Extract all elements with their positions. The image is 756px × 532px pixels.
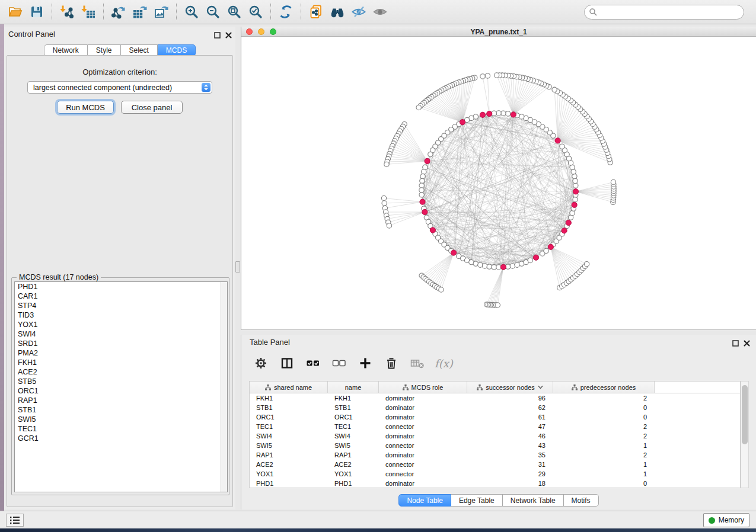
cell-predecessor-nodes[interactable]: 2 <box>553 450 655 460</box>
mcds-result-item[interactable]: ORC1 <box>15 386 227 396</box>
import-network-icon[interactable] <box>56 2 78 21</box>
cell-shared-name[interactable]: ORC1 <box>250 412 328 422</box>
deselect-all-columns-icon[interactable] <box>330 354 348 372</box>
cell-name[interactable]: FKH1 <box>328 393 379 403</box>
cell-MCDS-role[interactable]: connector <box>379 460 467 469</box>
table-row[interactable]: SWI4SWI4dominator462 <box>250 431 740 441</box>
mcds-result-item[interactable]: SWI5 <box>15 415 227 424</box>
table-settings-gear-icon[interactable] <box>252 354 270 372</box>
mcds-result-item[interactable]: TEC1 <box>15 424 227 434</box>
control-tab-select[interactable]: Select <box>121 44 158 56</box>
import-table-icon[interactable] <box>78 2 99 21</box>
cell-name[interactable]: SWI5 <box>328 441 379 450</box>
close-panel-button[interactable]: Close panel <box>121 101 183 114</box>
export-image-icon[interactable] <box>151 2 172 21</box>
zoom-out-icon[interactable] <box>202 2 224 21</box>
tab-node-table[interactable]: Node Table <box>398 494 451 507</box>
mcds-result-item[interactable]: ACE2 <box>15 367 227 377</box>
mcds-result-item[interactable]: FKH1 <box>15 358 227 367</box>
cell-successor-nodes[interactable]: 61 <box>467 412 553 422</box>
table-row[interactable]: ACE2ACE2connector311 <box>250 460 740 469</box>
cell-successor-nodes[interactable]: 62 <box>467 403 553 412</box>
cell-predecessor-nodes[interactable]: 0 <box>553 412 655 422</box>
cell-name[interactable]: STB1 <box>328 403 379 412</box>
optimization-criterion-select[interactable]: largest connected component (undirected) <box>27 81 212 94</box>
cell-successor-nodes[interactable]: 29 <box>467 469 553 479</box>
cell-successor-nodes[interactable]: 43 <box>467 441 553 450</box>
cell-predecessor-nodes[interactable]: 2 <box>553 431 655 441</box>
zoom-fit-icon[interactable] <box>224 2 245 21</box>
cell-predecessor-nodes[interactable]: 1 <box>553 460 655 469</box>
column-header-successor-nodes[interactable]: successor nodes <box>467 382 553 393</box>
cell-name[interactable]: PHD1 <box>328 479 379 488</box>
table-row[interactable]: STB1STB1dominator620 <box>250 403 740 412</box>
search-binoculars-icon[interactable] <box>327 2 348 21</box>
mcds-result-item[interactable]: PHD1 <box>15 282 227 291</box>
network-window-titlebar[interactable]: YPA_prune.txt_1 <box>241 27 756 37</box>
task-history-button[interactable] <box>6 514 24 527</box>
mcds-result-list[interactable]: PHD1CAR1STP4TID3YOX1SWI4SRD1PMA2FKH1ACE2… <box>14 281 228 492</box>
node-table[interactable]: shared namenameMCDS rolesuccessor nodesp… <box>249 381 741 488</box>
cell-MCDS-role[interactable]: dominator <box>379 479 467 488</box>
cell-shared-name[interactable]: TEC1 <box>250 422 328 431</box>
mcds-result-item[interactable]: STP4 <box>15 301 227 310</box>
cell-predecessor-nodes[interactable]: 1 <box>553 441 655 450</box>
cell-shared-name[interactable]: FKH1 <box>250 393 328 403</box>
cell-shared-name[interactable]: YOX1 <box>250 469 328 479</box>
column-header-predecessor-nodes[interactable]: predecessor nodes <box>553 382 655 393</box>
cell-shared-name[interactable]: ACE2 <box>250 460 328 469</box>
cell-shared-name[interactable]: SWI4 <box>250 431 328 441</box>
cell-name[interactable]: TEC1 <box>328 422 379 431</box>
table-row[interactable]: PHD1PHD1dominator180 <box>250 479 740 488</box>
save-session-icon[interactable] <box>26 2 47 21</box>
column-header-shared-name[interactable]: shared name <box>250 382 328 393</box>
mcds-list-scrollbar[interactable] <box>221 282 227 492</box>
export-network-doc-icon[interactable] <box>305 2 327 21</box>
show-column-panel-icon[interactable] <box>278 354 296 372</box>
mcds-result-item[interactable]: PMA2 <box>15 348 227 358</box>
cell-shared-name[interactable]: PHD1 <box>250 479 328 488</box>
cell-MCDS-role[interactable]: connector <box>379 441 467 450</box>
tab-motifs[interactable]: Motifs <box>564 494 599 507</box>
cell-predecessor-nodes[interactable]: 1 <box>553 469 655 479</box>
cell-successor-nodes[interactable]: 35 <box>467 450 553 460</box>
cell-name[interactable]: SWI4 <box>328 431 379 441</box>
delete-column-icon[interactable] <box>382 354 400 372</box>
cell-predecessor-nodes[interactable]: 2 <box>553 422 655 431</box>
table-row[interactable]: RAP1RAP1dominator352 <box>250 450 740 460</box>
cell-MCDS-role[interactable]: connector <box>379 422 467 431</box>
float-panel-icon[interactable] <box>732 338 739 349</box>
table-scrollbar[interactable] <box>741 381 749 488</box>
cell-MCDS-role[interactable]: dominator <box>379 403 467 412</box>
select-all-columns-icon[interactable] <box>304 354 322 372</box>
mcds-result-item[interactable]: STB5 <box>15 377 227 386</box>
network-canvas[interactable] <box>241 37 756 330</box>
cell-name[interactable]: ORC1 <box>328 412 379 422</box>
cell-name[interactable]: RAP1 <box>328 450 379 460</box>
panel-splitter-handle[interactable] <box>235 261 240 273</box>
cell-MCDS-role[interactable]: connector <box>379 469 467 479</box>
cell-successor-nodes[interactable]: 47 <box>467 422 553 431</box>
cell-name[interactable]: ACE2 <box>328 460 379 469</box>
run-mcds-button[interactable]: Run MCDS <box>57 101 114 114</box>
table-scrollbar-thumb[interactable] <box>742 385 748 444</box>
export-network-icon[interactable] <box>108 2 129 21</box>
cell-predecessor-nodes[interactable]: 0 <box>553 403 655 412</box>
mcds-result-item[interactable]: SWI4 <box>15 329 227 339</box>
cell-MCDS-role[interactable]: dominator <box>379 431 467 441</box>
column-header-name[interactable]: name <box>328 382 379 393</box>
mcds-result-item[interactable]: RAP1 <box>15 396 227 405</box>
table-row[interactable]: ORC1ORC1dominator610 <box>250 412 740 422</box>
cell-MCDS-role[interactable]: dominator <box>379 450 467 460</box>
refresh-view-icon[interactable] <box>275 2 296 21</box>
mcds-result-item[interactable]: GCR1 <box>15 434 227 443</box>
mcds-result-item[interactable]: SRD1 <box>15 339 227 348</box>
tab-network-table[interactable]: Network Table <box>503 494 564 507</box>
show-graphics-icon[interactable] <box>369 2 391 21</box>
control-tab-mcds[interactable]: MCDS <box>158 44 196 56</box>
control-tab-style[interactable]: Style <box>88 44 121 56</box>
open-file-icon[interactable] <box>5 2 26 21</box>
cell-successor-nodes[interactable]: 46 <box>467 431 553 441</box>
tab-edge-table[interactable]: Edge Table <box>451 494 503 507</box>
cell-successor-nodes[interactable]: 31 <box>467 460 553 469</box>
